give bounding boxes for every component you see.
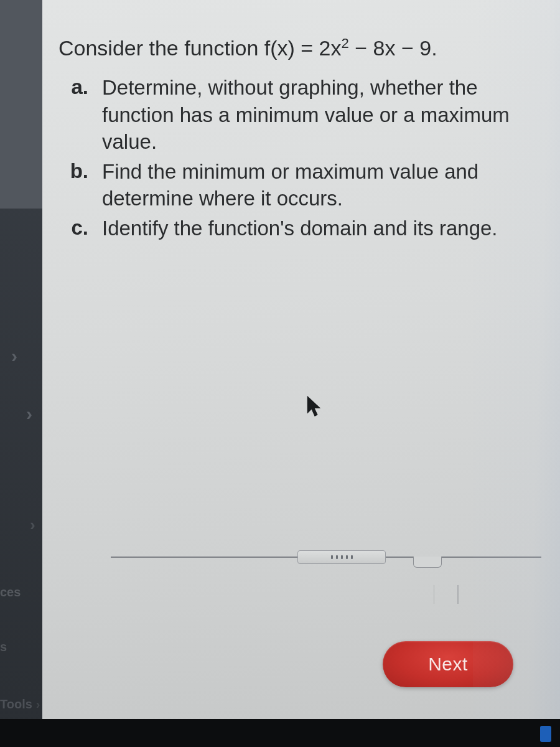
sidebar-chevron-1[interactable]: ›	[11, 345, 17, 367]
question-text: Determine, without graphing, whether the…	[102, 74, 553, 156]
intro-prefix: Consider the function f(x) = 2x	[58, 36, 342, 60]
content-panel: Consider the function f(x) = 2x2 − 8x − …	[42, 0, 560, 719]
intro-exponent: 2	[342, 35, 349, 51]
grip-dot-icon	[351, 555, 353, 559]
question-label: b.	[58, 158, 88, 212]
split-divider[interactable]	[111, 547, 541, 571]
intro-suffix: − 8x − 9.	[349, 36, 437, 60]
device-indicator-icon	[540, 726, 551, 742]
question-label: c.	[58, 215, 88, 242]
mouse-cursor-icon	[307, 396, 323, 421]
sidebar-upper-block	[0, 0, 42, 209]
question-text: Identify the function's domain and its r…	[102, 215, 553, 242]
grip-dot-icon	[331, 555, 333, 559]
divider-tab[interactable]	[413, 557, 442, 568]
chevron-right-icon: ›	[36, 697, 40, 712]
question-text: Find the minimum or maximum value and de…	[102, 158, 553, 212]
sidebar-chevron-2[interactable]: ›	[26, 403, 32, 425]
sidebar-item-tools[interactable]: Tools›	[0, 697, 40, 712]
device-bottom-bar	[0, 719, 560, 747]
question-item-b: b. Find the minimum or maximum value and…	[58, 158, 553, 212]
grip-dot-icon	[346, 555, 348, 559]
question-item-c: c. Identify the function's domain and it…	[58, 215, 553, 242]
sidebar-chevron-3[interactable]: ›	[30, 515, 35, 535]
question-list: a. Determine, without graphing, whether …	[58, 74, 553, 242]
question-intro: Consider the function f(x) = 2x2 − 8x − …	[58, 34, 553, 62]
grip-dot-icon	[336, 555, 338, 559]
next-button[interactable]: Next	[383, 641, 513, 687]
question-label: a.	[58, 74, 88, 156]
divider-handle[interactable]	[297, 550, 386, 564]
sidebar-item-ces[interactable]: ces	[0, 585, 21, 599]
answer-input-marker[interactable]	[434, 585, 459, 604]
next-button-label: Next	[428, 654, 468, 675]
sidebar: › › › ces s Tools›	[0, 0, 42, 747]
sidebar-item-s[interactable]: s	[0, 640, 7, 654]
question-item-a: a. Determine, without graphing, whether …	[58, 74, 553, 156]
sidebar-item-tools-label: Tools	[0, 697, 32, 711]
grip-dot-icon	[341, 555, 343, 559]
